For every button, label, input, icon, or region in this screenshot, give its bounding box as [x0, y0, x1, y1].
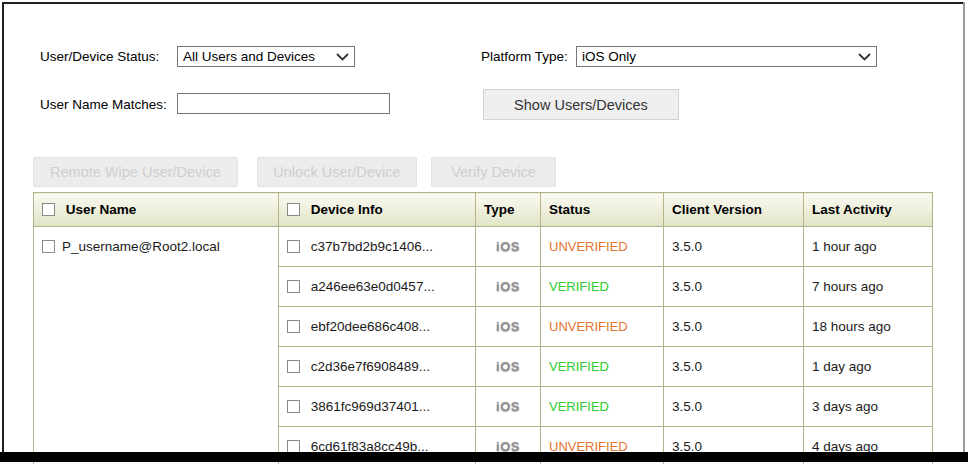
chevron-down-icon: [858, 49, 871, 64]
status-filter-label: User/Device Status:: [40, 49, 159, 64]
ios-icon: iOS: [496, 319, 520, 334]
device-id: c37b7bd2b9c1406...: [311, 239, 433, 254]
device-type-cell: iOS: [476, 227, 541, 267]
platform-select[interactable]: iOS Only: [576, 46, 877, 67]
table-header-row: User Name Device Info Type Status Client…: [34, 193, 933, 227]
status-badge: UNVERIFIED: [549, 319, 628, 334]
device-info-cell: a246ee63e0d0457...: [279, 267, 476, 307]
device-checkbox[interactable]: [287, 320, 300, 333]
client-version-cell: 3.5.0: [664, 227, 804, 267]
status-badge: UNVERIFIED: [549, 239, 628, 254]
select-all-users-checkbox[interactable]: [42, 203, 55, 216]
ios-icon: iOS: [496, 239, 520, 254]
column-header-device-info: Device Info: [279, 193, 476, 227]
last-activity-cell: 3 days ago: [804, 387, 933, 427]
last-activity-cell: 1 hour ago: [804, 227, 933, 267]
ios-icon: iOS: [496, 279, 520, 294]
device-checkbox[interactable]: [287, 400, 300, 413]
device-type-cell: iOS: [476, 267, 541, 307]
client-version-cell: 3.5.0: [664, 347, 804, 387]
status-badge: VERIFIED: [549, 399, 609, 414]
users-devices-table: User Name Device Info Type Status Client…: [33, 192, 933, 464]
device-status-cell: UNVERIFIED: [541, 227, 664, 267]
device-status-cell: VERIFIED: [541, 347, 664, 387]
platform-filter-label: Platform Type:: [481, 49, 568, 64]
show-users-devices-button[interactable]: Show Users/Devices: [483, 89, 679, 120]
device-type-cell: iOS: [476, 347, 541, 387]
device-info-cell: c2d36e7f6908489...: [279, 347, 476, 387]
column-header-status: Status: [541, 193, 664, 227]
user-checkbox[interactable]: [42, 240, 55, 253]
status-badge: VERIFIED: [549, 279, 609, 294]
unlock-button[interactable]: Unlock User/Device: [257, 157, 417, 187]
client-version-cell: 3.5.0: [664, 387, 804, 427]
device-status-cell: UNVERIFIED: [541, 307, 664, 347]
column-header-type: Type: [476, 193, 541, 227]
last-activity-cell: 7 hours ago: [804, 267, 933, 307]
platform-select-value: iOS Only: [582, 49, 636, 64]
device-type-cell: iOS: [476, 387, 541, 427]
status-badge: VERIFIED: [549, 359, 609, 374]
select-all-devices-checkbox[interactable]: [287, 203, 300, 216]
column-header-client-version: Client Version: [664, 193, 804, 227]
device-id: c2d36e7f6908489...: [311, 359, 430, 374]
remote-wipe-button[interactable]: Remote Wipe User/Device: [33, 157, 238, 187]
verify-device-button[interactable]: Verify Device: [431, 157, 556, 187]
device-info-cell: c37b7bd2b9c1406...: [279, 227, 476, 267]
window-right-border: [963, 2, 965, 454]
window-bottom-border: [0, 452, 968, 462]
device-id: 3861fc969d37401...: [311, 399, 430, 414]
device-checkbox[interactable]: [287, 280, 300, 293]
app-window: User/Device Status: All Users and Device…: [0, 0, 968, 464]
user-name: P_username@Root2.local: [62, 239, 220, 254]
user-name-cell: P_username@Root2.local: [34, 227, 279, 464]
last-activity-cell: 18 hours ago: [804, 307, 933, 347]
window-top-border: [2, 2, 964, 4]
status-select[interactable]: All Users and Devices: [177, 46, 355, 67]
window-left-border: [2, 2, 4, 454]
device-id: ebf20dee686c408...: [311, 319, 430, 334]
device-checkbox[interactable]: [287, 240, 300, 253]
username-filter-label: User Name Matches:: [40, 97, 167, 112]
device-status-cell: VERIFIED: [541, 387, 664, 427]
ios-icon: iOS: [496, 399, 520, 414]
device-id: a246ee63e0d0457...: [311, 279, 435, 294]
last-activity-cell: 1 day ago: [804, 347, 933, 387]
device-info-cell: ebf20dee686c408...: [279, 307, 476, 347]
ios-icon: iOS: [496, 359, 520, 374]
device-status-cell: VERIFIED: [541, 267, 664, 307]
device-checkbox[interactable]: [287, 360, 300, 373]
device-type-cell: iOS: [476, 307, 541, 347]
username-input[interactable]: [177, 93, 390, 114]
chevron-down-icon: [336, 49, 349, 64]
column-header-last-activity: Last Activity: [804, 193, 933, 227]
client-version-cell: 3.5.0: [664, 307, 804, 347]
column-header-user-name: User Name: [34, 193, 279, 227]
device-info-cell: 3861fc969d37401...: [279, 387, 476, 427]
client-version-cell: 3.5.0: [664, 267, 804, 307]
device-row: P_username@Root2.local c37b7bd2b9c1406..…: [34, 227, 933, 267]
status-select-value: All Users and Devices: [183, 49, 315, 64]
